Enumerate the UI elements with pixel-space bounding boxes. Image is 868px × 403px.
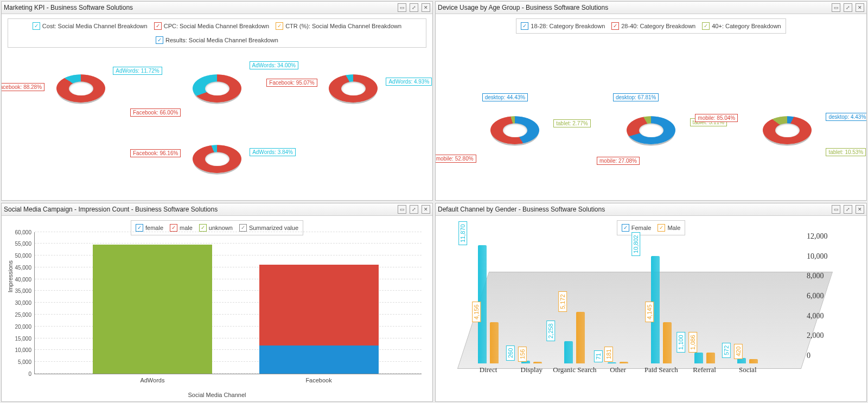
slice-label: desktop: 44.43%: [482, 93, 528, 101]
legend-label: 40+: Category Breakdown: [712, 23, 781, 29]
bar-value-label: 4,145: [645, 302, 654, 322]
legend: ✓18-28: Category Breakdown✓28-40: Catego…: [516, 18, 786, 34]
legend-item[interactable]: ✓28-40: Category Breakdown: [611, 22, 695, 30]
close-icon[interactable]: ✕: [422, 205, 430, 214]
bar-group: 1,1001,086Referral: [694, 353, 715, 363]
bar-group: 10,8024,145Paid Search: [651, 256, 672, 363]
maximize-icon[interactable]: ▭: [832, 205, 840, 214]
pin-icon[interactable]: ⤢: [844, 205, 852, 214]
bar-group: 2,2585,172Organic Search: [564, 312, 585, 363]
maximize-icon[interactable]: ▭: [398, 205, 406, 214]
legend-checkbox-icon[interactable]: ✓: [521, 22, 528, 30]
bar-value-label: 11,870: [458, 222, 467, 246]
legend-checkbox-icon[interactable]: ✓: [199, 224, 207, 232]
panel-header: Social Media Campaign - Impression Count…: [2, 203, 432, 216]
bar: 181: [620, 362, 628, 363]
legend-item[interactable]: ✓female: [136, 224, 163, 232]
slice-label: Facebook: 66.00%: [130, 108, 181, 117]
legend-item[interactable]: ✓CPC: Social Media Channel Breakdown: [154, 22, 269, 30]
legend-item[interactable]: ✓40+: Category Breakdown: [702, 22, 781, 30]
slice-label: AdWords: 3.84%: [250, 148, 296, 156]
legend-label: CTR (%): Social Media Channel Breakdown: [285, 23, 401, 29]
legend-item[interactable]: ✓Cost: Social Media Channel Breakdown: [33, 22, 148, 30]
bar-value-label: 420: [734, 344, 743, 359]
slice-label: Facebook: 95.07%: [266, 79, 317, 87]
legend-item[interactable]: ✓CTR (%): Social Media Channel Breakdown: [276, 22, 401, 30]
y-tick-label: 50,000: [15, 253, 35, 259]
y-tick-label: 20,000: [15, 323, 35, 329]
legend-checkbox-icon[interactable]: ✓: [276, 22, 283, 30]
maximize-icon[interactable]: ▭: [832, 3, 840, 12]
bar: 71: [608, 362, 616, 363]
bar-segment: [93, 245, 212, 374]
chart-axes: 05,00010,00015,00020,00025,00030,00035,0…: [34, 232, 422, 375]
legend-checkbox-icon[interactable]: ✓: [33, 22, 40, 30]
y-tick-label: 8,000: [807, 272, 824, 280]
legend-item[interactable]: ✓18-28: Category Breakdown: [521, 22, 605, 30]
legend-label: unknown: [209, 225, 233, 231]
close-icon[interactable]: ✕: [422, 3, 430, 12]
bar-segment: [259, 346, 379, 374]
slice-label: mobile: 27.08%: [597, 157, 640, 165]
legend-item[interactable]: ✓Female: [622, 224, 652, 232]
maximize-icon[interactable]: ▭: [398, 3, 406, 12]
y-tick-label: 4,000: [807, 312, 824, 321]
panel-title: Social Media Campaign - Impression Count…: [4, 206, 398, 213]
legend-checkbox-icon[interactable]: ✓: [156, 36, 163, 44]
legend-checkbox-icon[interactable]: ✓: [154, 22, 162, 30]
legend-label: Summarized value: [249, 225, 298, 231]
bar-value-label: 572: [722, 342, 731, 357]
donut-grid: desktop: 44.43%mobile: 52.80%tablet: 2.7…: [436, 34, 866, 200]
bar: 420: [749, 359, 758, 363]
y-tick-label: 0: [28, 371, 35, 377]
legend-item[interactable]: ✓Results: Social Media Channel Breakdown: [156, 36, 278, 44]
panel-channel-gender: Default Channel by Gender - Business Sof…: [435, 203, 867, 402]
x-category-label: Referral: [693, 366, 716, 374]
legend-checkbox-icon[interactable]: ✓: [170, 224, 177, 232]
y-tick-label: 5,000: [18, 359, 35, 365]
pin-icon[interactable]: ⤢: [410, 205, 418, 214]
close-icon[interactable]: ✕: [856, 205, 864, 214]
bar-value-label: 1,100: [676, 332, 685, 353]
panel-marketing-kpi: Marketing KPI - Business Software Soluti…: [1, 1, 433, 201]
donut-chart: Facebook: 88.28%AdWords: 11.72%: [16, 56, 146, 121]
legend-item[interactable]: ✓Summarized value: [239, 224, 298, 232]
panel-body: ✓Female✓Male 02,0004,0006,0008,00010,000…: [436, 216, 866, 402]
donut-grid: Facebook: 88.28%AdWords: 11.72%Facebook:…: [2, 48, 432, 200]
legend-checkbox-icon[interactable]: ✓: [658, 224, 665, 232]
y-tick-label: 10,000: [15, 347, 35, 353]
legend-checkbox-icon[interactable]: ✓: [239, 224, 247, 232]
slice-label: mobile: 85.04%: [695, 114, 738, 122]
slice-label: tablet: 2.77%: [553, 119, 590, 127]
pin-icon[interactable]: ⤢: [410, 3, 418, 12]
legend-checkbox-icon[interactable]: ✓: [622, 224, 629, 232]
donut-chart: Facebook: 95.07%AdWords: 4.93%: [288, 56, 418, 121]
y-tick-label: 35,000: [15, 288, 35, 294]
y-tick-label: 12,000: [807, 232, 828, 241]
legend-item[interactable]: ✓Male: [658, 224, 680, 232]
y-tick-label: 0: [807, 351, 810, 360]
panel-body: ✓female✓male✓unknown✓Summarized value 05…: [2, 216, 432, 402]
donut-chart: Facebook: 96.16%AdWords: 3.84%: [152, 126, 282, 191]
donut-chart: desktop: 44.43%mobile: 52.80%tablet: 2.7…: [450, 98, 580, 163]
panel-body: ✓Cost: Social Media Channel Breakdown✓CP…: [2, 14, 432, 200]
bar-value-label: 71: [594, 350, 603, 362]
legend-item[interactable]: ✓unknown: [199, 224, 233, 232]
x-category-label: Organic Search: [553, 366, 596, 374]
donut-chart: desktop: 4.43%mobile: 85.04%tablet: 10.5…: [722, 98, 852, 163]
bar-value-label: 260: [506, 346, 515, 361]
pin-icon[interactable]: ⤢: [844, 3, 852, 12]
legend-checkbox-icon[interactable]: ✓: [611, 22, 619, 30]
legend-checkbox-icon[interactable]: ✓: [136, 224, 143, 232]
y-tick-label: 60,000: [15, 229, 35, 235]
panel-body: ✓18-28: Category Breakdown✓28-40: Catego…: [436, 14, 866, 200]
legend-item[interactable]: ✓male: [170, 224, 193, 232]
legend-checkbox-icon[interactable]: ✓: [702, 22, 710, 30]
panel-title: Default Channel by Gender - Business Sof…: [438, 206, 832, 213]
close-icon[interactable]: ✕: [856, 3, 864, 12]
y-tick-label: 10,000: [807, 252, 828, 261]
panel-header: Default Channel by Gender - Business Sof…: [436, 203, 866, 216]
slice-label: Facebook: 88.28%: [2, 83, 44, 91]
x-category-label: Paid Search: [644, 366, 678, 374]
bar-value-label: 10,802: [631, 232, 640, 256]
